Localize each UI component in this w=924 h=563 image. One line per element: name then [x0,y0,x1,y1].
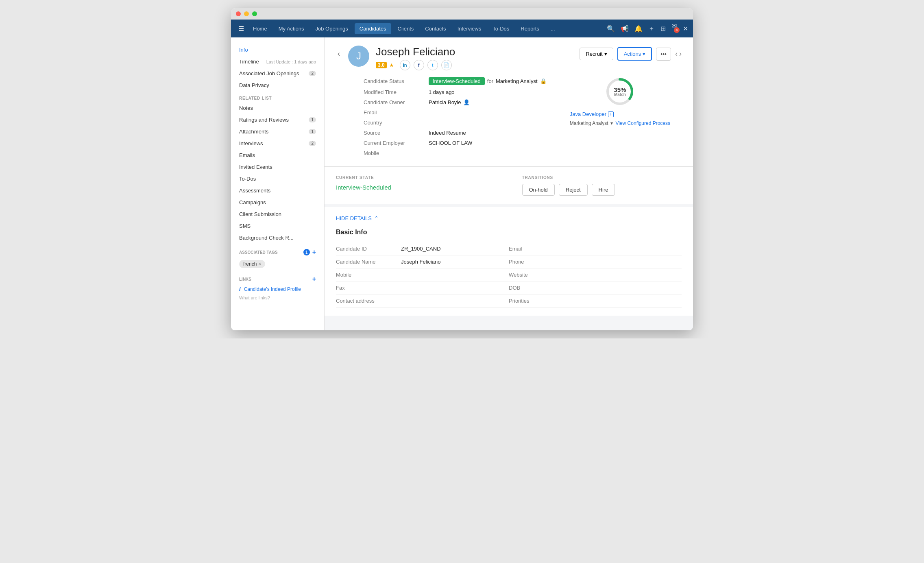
info-row-priorities: Priorities [509,295,682,308]
mobile-row: Mobile [364,148,682,158]
modified-label: Modified Time [364,89,429,95]
sidebar-item-emails[interactable]: Emails [231,149,324,161]
search-icon[interactable]: 🔍 [607,25,615,33]
linkedin-icon[interactable]: in [400,60,410,70]
hide-details-row[interactable]: HIDE DETAILS ⌃ [336,215,682,221]
nav-job-openings[interactable]: Job Openings [311,23,353,34]
sidebar-item-sms[interactable]: SMS [231,220,324,232]
add-tag-button[interactable]: + [312,249,316,256]
info-row-contact-address: Contact address [336,295,509,308]
priorities-label: Priorities [509,298,574,304]
source-value: Indeed Resume [429,130,466,136]
sidebar-item-to-dos[interactable]: To-Dos [231,173,324,185]
nav-contacts[interactable]: Contacts [420,23,451,34]
grid-icon[interactable]: ⊞ [660,25,666,33]
sidebar-item-associated-jobs[interactable]: Associated Job Openings 2 [231,68,324,79]
prev-arrow[interactable]: ‹ [675,50,678,58]
tag-french-remove[interactable]: × [258,261,261,267]
facebook-icon[interactable]: f [414,60,424,70]
minimize-button[interactable] [244,11,249,16]
sidebar-item-associated-jobs-label: Associated Job Openings [239,70,299,76]
links-hint: What are links? [231,294,324,302]
hire-button[interactable]: Hire [592,184,615,196]
associated-tags-label: ASSOCIATED TAGS [239,250,278,255]
job-title-link[interactable]: Marketing Analyst [496,78,538,84]
current-state-label: CURRENT STATE [336,175,496,180]
marketing-analyst-row: Marketing Analyst ▾ View Configured Proc… [570,120,670,126]
navbar: ☰ Home My Actions Job Openings Candidate… [231,20,693,37]
recruit-dropdown-icon: ▾ [604,51,607,57]
transitions-col: TRANSITIONS On-hold Reject Hire [522,175,682,196]
nav-interviews[interactable]: Interviews [453,23,486,34]
source-row: Source Indeed Resume [364,128,682,138]
sidebar-item-client-submission[interactable]: Client Submission [231,208,324,220]
star-icon: ★ [389,62,394,68]
sidebar-item-timeline[interactable]: Timeline Last Update : 1 days ago [231,56,324,68]
close-button[interactable] [236,11,241,16]
lock-icon: 🔒 [540,78,547,84]
sidebar-link-indeed[interactable]: i Candidate's Indeed Profile [231,284,324,294]
to-dos-label: To-Dos [239,176,256,182]
owner-value: Patricia Boyle 👤 [429,99,470,105]
nav-my-actions[interactable]: My Actions [274,23,309,34]
on-hold-button[interactable]: On-hold [522,184,555,196]
nav-candidates[interactable]: Candidates [355,23,391,34]
document-icon[interactable]: 📄 [441,60,452,70]
timeline-sublabel: Last Update : 1 days ago [266,59,316,64]
next-arrow[interactable]: › [679,50,682,58]
candidate-name: Joseph Feliciano [376,46,573,58]
sidebar-item-data-privacy[interactable]: Data Privacy [231,79,324,91]
add-link-button[interactable]: + [312,275,316,283]
sidebar-item-assessments[interactable]: Assessments [231,185,324,196]
add-job-icon[interactable]: + [608,111,614,117]
back-button[interactable]: ‹ [336,48,342,60]
hide-details-label: HIDE DETAILS [336,215,372,221]
basic-info-title: Basic Info [336,229,682,236]
match-label: Match [614,93,626,97]
broadcast-icon[interactable]: 📢 [621,25,629,33]
candidate-name-value: Joseph Feliciano [401,259,441,265]
social-icons: in f t 📄 [400,60,452,70]
recruit-button[interactable]: Recruit ▾ [580,48,613,60]
employer-label: Current Employer [364,140,429,146]
nav-to-dos[interactable]: To-Dos [488,23,514,34]
sidebar-item-background-check[interactable]: Background Check R... [231,232,324,244]
twitter-icon[interactable]: t [427,60,438,70]
links-header: LINKS + [231,271,324,284]
more-button[interactable]: ••• [656,48,671,61]
sidebar-item-attachments[interactable]: Attachments 1 [231,126,324,137]
view-process-link[interactable]: View Configured Process [615,120,670,126]
add-icon[interactable]: ＋ [648,24,655,33]
sidebar-item-notes[interactable]: Notes [231,102,324,114]
indeed-link-label: Candidate's Indeed Profile [244,286,301,292]
nav-clients[interactable]: Clients [393,23,419,34]
nav-home[interactable]: Home [248,23,272,34]
maximize-button[interactable] [252,11,257,16]
mail-icon-wrap[interactable]: ✉ 4 [671,22,677,35]
hamburger-icon[interactable]: ☰ [236,22,246,35]
transitions-label: TRANSITIONS [522,175,682,180]
info-row-fax: Fax [336,282,509,295]
email-field-label: Email [509,246,574,252]
job-selector-arrow[interactable]: ▾ [610,120,613,126]
sidebar-item-ratings-reviews[interactable]: Ratings and Reviews 1 [231,114,324,126]
sidebar-item-interviews[interactable]: Interviews 2 [231,137,324,149]
nav-reports[interactable]: Reports [516,23,544,34]
transition-buttons: On-hold Reject Hire [522,184,682,196]
contact-address-label: Contact address [336,298,401,304]
close-icon[interactable]: ✕ [683,25,688,33]
info-row-phone: Phone [509,255,682,268]
sidebar-item-invited-events[interactable]: Invited Events [231,161,324,173]
bell-icon[interactable]: 🔔 [634,25,643,33]
match-text: 35% Match [614,87,626,97]
reject-button[interactable]: Reject [559,184,588,196]
nav-more[interactable]: ... [546,23,560,34]
owner-name: Patricia Boyle [429,99,461,105]
candidate-header: ‹ J Joseph Feliciano 3.0 ★ in f t 📄 [325,37,693,167]
avatar: J [348,46,369,67]
java-dev-link[interactable]: Java Developer + [570,111,670,117]
sidebar-item-info[interactable]: Info [231,44,324,56]
actions-button[interactable]: Actions ▾ [617,47,652,61]
sidebar-item-campaigns[interactable]: Campaigns [231,196,324,208]
mobile-label: Mobile [364,150,429,156]
